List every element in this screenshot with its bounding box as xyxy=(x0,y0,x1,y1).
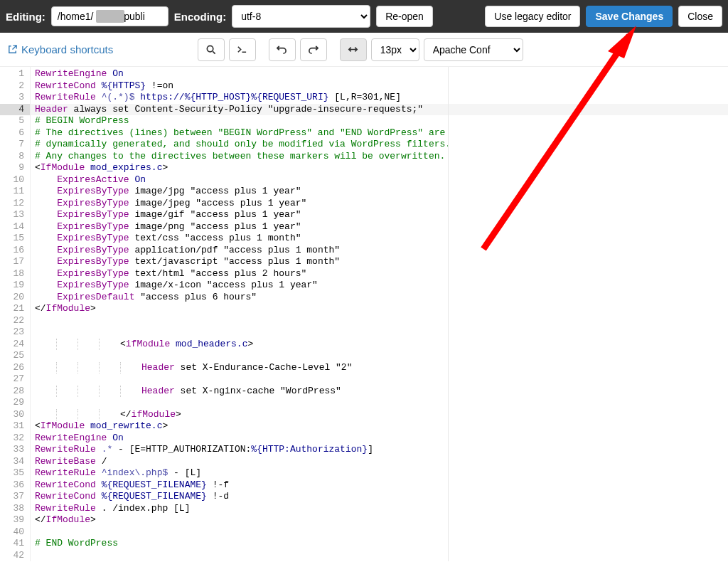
terminal-icon xyxy=(237,44,247,55)
redo-button[interactable] xyxy=(300,38,327,61)
encoding-select[interactable]: utf-8 xyxy=(232,5,370,28)
keyboard-shortcuts-text: Keyboard shortcuts xyxy=(21,43,113,55)
syntax-mode-select[interactable]: Apache Conf xyxy=(424,38,523,61)
legacy-editor-button[interactable]: Use legacy editor xyxy=(485,6,580,27)
undo-button[interactable] xyxy=(269,38,296,61)
wrap-icon xyxy=(348,44,358,55)
reopen-button[interactable]: Re-open xyxy=(376,6,433,27)
print-margin xyxy=(448,67,449,561)
terminal-button[interactable] xyxy=(229,38,256,61)
code-editor[interactable]: 1234567891011121314151617181920212223242… xyxy=(0,67,728,561)
close-button[interactable]: Close xyxy=(678,6,722,27)
line-number-gutter: 1234567891011121314151617181920212223242… xyxy=(0,67,31,561)
code-content[interactable]: RewriteEngine OnRewriteCond %{HTTPS} !=o… xyxy=(31,67,728,561)
redo-icon xyxy=(308,44,318,55)
search-icon xyxy=(205,44,216,55)
file-path-input-wrap xyxy=(51,6,168,26)
svg-point-0 xyxy=(207,46,213,51)
wrap-toggle-button[interactable] xyxy=(340,38,367,61)
header-bar: Editing: Encoding: utf-8 Re-open Use leg… xyxy=(0,0,728,33)
font-size-select[interactable]: 13px xyxy=(371,38,419,61)
search-button[interactable] xyxy=(198,38,225,61)
external-link-icon xyxy=(7,44,18,55)
encoding-label: Encoding: xyxy=(174,11,226,23)
undo-icon xyxy=(277,44,287,55)
keyboard-shortcuts-link[interactable]: Keyboard shortcuts xyxy=(7,43,113,55)
editor-toolbar: Keyboard shortcuts 13px Apache Conf xyxy=(0,33,728,67)
editing-label: Editing: xyxy=(6,11,46,23)
save-changes-button[interactable]: Save Changes xyxy=(586,6,673,27)
toolbar-center-group: 13px Apache Conf xyxy=(198,38,523,61)
